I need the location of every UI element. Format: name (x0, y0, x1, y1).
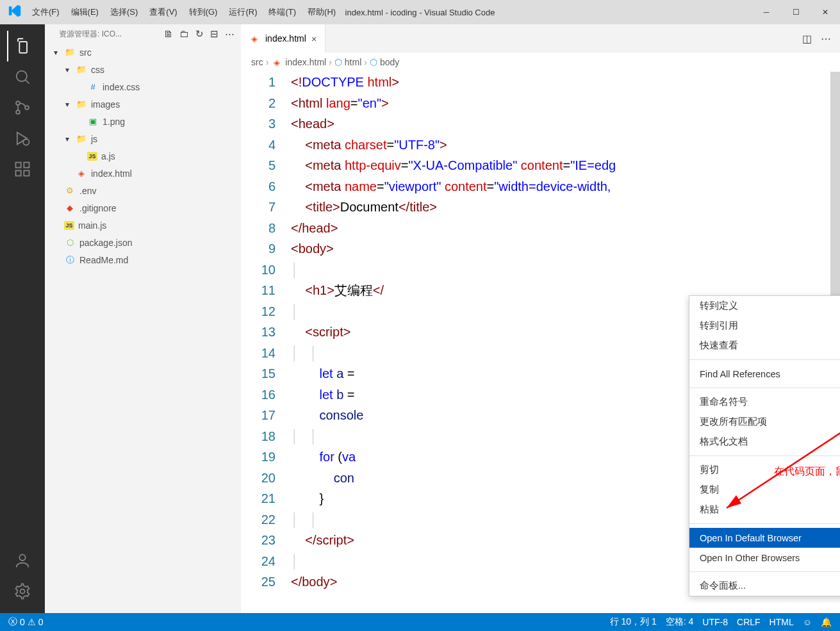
tree-item[interactable]: #index.css (45, 78, 241, 95)
svg-rect-6 (16, 170, 21, 176)
context-menu-item[interactable]: 重命名符号F2 (689, 392, 840, 412)
menu-terminal[interactable]: 终端(T) (263, 4, 301, 20)
svg-rect-7 (24, 170, 29, 176)
close-button[interactable]: ✕ (811, 0, 840, 24)
breadcrumb-html[interactable]: html (345, 57, 361, 67)
maximize-button[interactable]: ☐ (781, 0, 811, 24)
more-actions-icon[interactable]: ⋯ (821, 33, 831, 45)
svg-point-9 (19, 555, 25, 561)
file-tree: ▾📁src▾📁css#index.css▾📁images▣1.png▾📁jsJS… (45, 44, 241, 268)
tree-item[interactable]: JSa.js (45, 147, 241, 165)
tree-item[interactable]: ◈index.html (45, 165, 241, 182)
context-menu-item[interactable]: 格式化文档Shift+Alt+F (689, 432, 840, 452)
activity-bar (0, 24, 45, 613)
vscode-logo-icon (8, 4, 22, 18)
svg-point-2 (16, 110, 20, 114)
menu-help[interactable]: 帮助(H) (302, 4, 341, 20)
svg-rect-8 (24, 163, 29, 168)
minimize-button[interactable]: ─ (752, 0, 781, 24)
tree-item[interactable]: ⚙.env (45, 182, 241, 199)
tree-item[interactable]: ▾📁src (45, 44, 241, 61)
context-menu: 转到定义F12转到引用Shift+F12快速查看›Find All Refere… (689, 295, 840, 596)
breadcrumb-file[interactable]: index.html (285, 57, 326, 67)
status-encoding[interactable]: UTF-8 (699, 616, 731, 628)
context-menu-item[interactable]: 复制Ctrl+C (689, 480, 840, 500)
status-line-col[interactable]: 行 10，列 1 (607, 616, 660, 628)
status-eol[interactable]: CRLF (734, 616, 764, 628)
status-feedback-icon[interactable]: ☺ (800, 616, 815, 628)
menu-edit[interactable]: 编辑(E) (66, 4, 104, 20)
breadcrumb[interactable]: src › ◈ index.html › ⬡ html › ⬡ body (241, 53, 840, 72)
refresh-icon[interactable]: ↻ (195, 28, 204, 40)
explorer-title: 资源管理器: ICO... (59, 29, 122, 40)
explorer-icon[interactable] (7, 31, 38, 61)
tree-item[interactable]: ▣1.png (45, 113, 241, 130)
context-menu-item[interactable]: Find All ReferencesShift+Alt+F12 (689, 364, 840, 384)
warning-icon: ⚠ (28, 617, 36, 627)
menu-run[interactable]: 运行(R) (224, 4, 262, 20)
html-file-icon: ◈ (249, 33, 260, 44)
svg-point-0 (17, 71, 27, 81)
vertical-scrollbar[interactable] (830, 72, 840, 315)
extensions-icon[interactable] (7, 154, 38, 184)
svg-point-10 (21, 589, 25, 594)
run-debug-icon[interactable] (7, 123, 38, 154)
context-menu-item[interactable]: 转到引用Shift+F12 (689, 316, 840, 336)
tree-item[interactable]: ◆.gitignore (45, 199, 241, 217)
tab-label: index.html (265, 33, 306, 44)
svg-point-1 (16, 101, 20, 105)
context-menu-item[interactable]: 粘贴Ctrl+V (689, 500, 840, 520)
menu-goto[interactable]: 转到(G) (184, 4, 223, 20)
editor-tabs: ◈ index.html × ◫ ⋯ (241, 24, 840, 53)
split-editor-icon[interactable]: ◫ (802, 33, 812, 45)
settings-icon[interactable] (7, 576, 38, 607)
search-icon[interactable] (7, 61, 38, 92)
tree-item[interactable]: ⬡package.json (45, 234, 241, 251)
context-menu-item[interactable]: Open In Default BrowserAlt+B (689, 528, 840, 548)
status-errors[interactable]: ⓧ0 ⚠0 (5, 616, 47, 628)
explorer-sidebar: 资源管理器: ICO... 🗎 🗀 ↻ ⊟ ⋯ ▾📁src▾📁css#index… (45, 24, 241, 613)
tab-index-html[interactable]: ◈ index.html × (241, 24, 325, 53)
tree-item[interactable]: ▾📁js (45, 130, 241, 147)
breadcrumb-src[interactable]: src (251, 57, 263, 67)
new-folder-icon[interactable]: 🗀 (179, 28, 189, 40)
tree-item[interactable]: ▾📁css (45, 61, 241, 78)
context-menu-item[interactable]: 更改所有匹配项Ctrl+F2 (689, 412, 840, 432)
collapse-icon[interactable]: ⊟ (210, 28, 218, 40)
account-icon[interactable] (7, 545, 38, 576)
context-menu-item[interactable]: 快速查看› (689, 336, 840, 356)
svg-point-3 (25, 106, 29, 110)
context-menu-item[interactable]: Open In Other BrowsersShift+Alt+B (689, 548, 840, 568)
menu-bar: 文件(F) 编辑(E) 选择(S) 查看(V) 转到(G) 运行(R) 终端(T… (4, 4, 341, 20)
tab-close-icon[interactable]: × (311, 33, 317, 44)
breadcrumb-body[interactable]: body (380, 57, 399, 67)
tree-item[interactable]: ⓘReadMe.md (45, 251, 241, 268)
tree-item[interactable]: ▾📁images (45, 95, 241, 113)
status-bar: ⓧ0 ⚠0 行 10，列 1 空格: 4 UTF-8 CRLF HTML ☺ 🔔 (0, 613, 840, 631)
status-spaces[interactable]: 空格: 4 (663, 616, 697, 628)
svg-rect-5 (16, 163, 21, 168)
html-file-icon: ◈ (271, 56, 283, 68)
editor-area: ◈ index.html × ◫ ⋯ src › ◈ index.html › … (241, 24, 840, 613)
status-lang[interactable]: HTML (766, 616, 797, 628)
tag-icon: ⬡ (370, 57, 377, 67)
tag-icon: ⬡ (334, 57, 342, 67)
more-icon[interactable]: ⋯ (225, 28, 235, 40)
context-menu-item[interactable]: 命令面板...Ctrl+Shift+P (689, 576, 840, 596)
menu-view[interactable]: 查看(V) (144, 4, 182, 20)
window-title: index.html - icoding - Visual Studio Cod… (345, 8, 495, 17)
status-bell-icon[interactable]: 🔔 (818, 616, 835, 628)
new-file-icon[interactable]: 🗎 (163, 28, 173, 40)
source-control-icon[interactable] (7, 92, 38, 123)
tree-item[interactable]: JSmain.js (45, 217, 241, 234)
title-bar: 文件(F) 编辑(E) 选择(S) 查看(V) 转到(G) 运行(R) 终端(T… (0, 0, 840, 24)
svg-point-4 (23, 139, 29, 145)
menu-file[interactable]: 文件(F) (27, 4, 65, 20)
annotation-text: 在代码页面，鼠标右键，选择该项 (774, 465, 840, 479)
context-menu-item[interactable]: 转到定义F12 (689, 296, 840, 316)
error-icon: ⓧ (8, 616, 17, 628)
menu-select[interactable]: 选择(S) (105, 4, 143, 20)
